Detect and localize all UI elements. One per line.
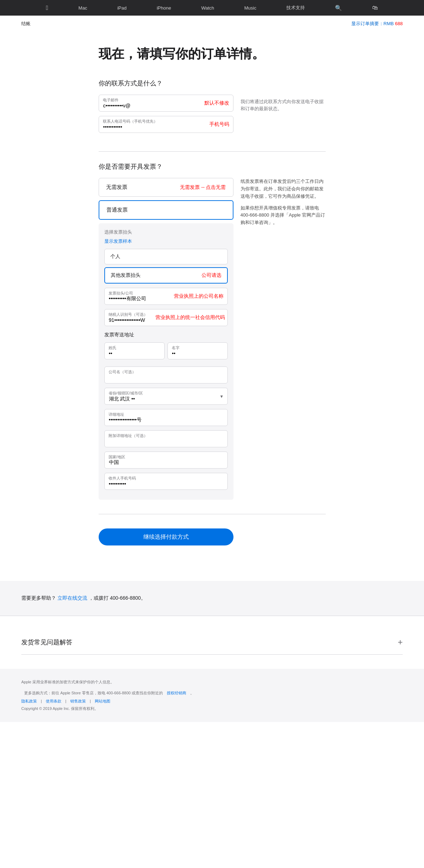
faq-expand-icon: + — [398, 637, 403, 647]
terms-usage-link[interactable]: 使用条款 — [46, 699, 61, 703]
phone-label: 联系人电话号码（手机号优先） — [103, 119, 158, 124]
tax-id-label: 纳税人识别号（可选） — [109, 312, 148, 317]
email-label: 电子邮件 — [103, 97, 119, 103]
privacy-section: Apple 采用业界标准的加密方式来保护你的个人信息。 更多选购方式：前往 Ap… — [0, 669, 424, 722]
page-title: 现在，请填写你的订单详情。 — [99, 46, 326, 61]
nav-apple-logo[interactable]:  — [42, 4, 53, 12]
breadcrumb: 结账 — [21, 21, 31, 27]
country-label: 国家/地区 — [109, 454, 125, 460]
faq-section: 发货常见问题解答 + — [0, 616, 424, 669]
address-title: 发票寄送地址 — [104, 332, 228, 338]
order-summary-text: 显示订单摘要：RMB — [351, 21, 395, 26]
main-nav:  Mac iPad iPhone Watch Music 技术支持 🔍 🛍 — [0, 0, 424, 16]
province-group: 省份/领辖区/城市/区 湖北 武汉 •• — [104, 388, 228, 405]
invoice-note-2: 如果你想开具增值税专用发票，请致电 400-666-8800 并选择「Apple… — [241, 205, 326, 226]
breadcrumb-bar: 结账 显示订单摘要：RMB 688 — [0, 16, 424, 32]
firstname-group: 姓氏 — [104, 342, 165, 359]
footer-help: 需要更多帮助？ 立即在线交流 ，或拨打 400-666-8800。 — [0, 581, 424, 616]
address2-label: 附加详细地址（可选） — [109, 433, 148, 438]
divider-1 — [99, 151, 326, 152]
address-label: 详细地址 — [109, 412, 124, 417]
no-invoice-option[interactable]: 无需发票 无需发票 -- 点击无需 — [99, 178, 233, 197]
email-field-group: 电子邮件 默认不修改 — [99, 95, 233, 112]
company-name-group: 发票抬头/公司 营业执照上的公司名称 — [104, 288, 228, 305]
submit-section: 继续选择付款方式 — [99, 528, 326, 545]
order-summary-link[interactable]: 显示订单摘要：RMB 688 — [351, 21, 403, 27]
invoice-detail-title: 选择发票抬头 — [104, 229, 228, 235]
lastname-label: 名字 — [172, 345, 180, 351]
province-label: 省份/领辖区/城市/区 — [109, 391, 143, 396]
faq-item[interactable]: 发货常见问题解答 + — [21, 630, 403, 655]
privacy-links-prefix: 更多选购方式：前往 Apple Store 零售店，致电 400-666-880… — [24, 691, 163, 695]
bag-icon[interactable]: 🛍 — [368, 5, 382, 11]
main-content: 现在，请填写你的订单详情。 你的联系方式是什么？ 电子邮件 默认不修改 联系人电… — [77, 46, 347, 581]
terms-sitemap-link[interactable]: 网站地图 — [95, 699, 110, 703]
terms-sep-2: | — [65, 699, 67, 703]
email-annotation: 默认不修改 — [204, 100, 229, 106]
contact-note: 我们将通过此联系方式向你发送电子收据和订单的最新状态。 — [241, 95, 326, 112]
privacy-note: Apple 采用业界标准的加密方式来保护你的个人信息。 — [21, 679, 403, 685]
invoice-sample-link[interactable]: 显示发票样本 — [104, 238, 228, 245]
company-addr-label: 公司名（可选） — [109, 369, 136, 375]
nav-item-iphone[interactable]: iPhone — [153, 5, 175, 11]
address2-group: 附加详细地址（可选） — [104, 430, 228, 447]
contact-section: 你的联系方式是什么？ 电子邮件 默认不修改 联系人电话号码（手机号优先） 手机号… — [99, 79, 326, 137]
invoice-note-1: 纸质发票将在订单发货后约三个工作日内为你寄送。此外，我们还会向你的邮箱发送电子收… — [241, 178, 326, 200]
submit-button[interactable]: 继续选择付款方式 — [99, 528, 233, 545]
order-summary-price: 688 — [395, 21, 403, 26]
terms-sep-1: | — [41, 699, 43, 703]
phone-field-group: 联系人电话号码（手机号优先） 手机号码 — [99, 116, 233, 133]
footer-help-suffix: ，或拨打 400-666-8800。 — [89, 595, 146, 601]
nav-item-support[interactable]: 技术支持 — [282, 5, 309, 11]
company-name-annotation: 营业执照上的公司名称 — [174, 293, 224, 299]
firstname-label: 姓氏 — [109, 345, 116, 351]
terms-privacy-link[interactable]: 隐私政策 — [21, 699, 37, 703]
privacy-links-suffix: 。 — [190, 691, 194, 695]
chat-link[interactable]: 立即在线交流 — [57, 595, 87, 601]
nav-item-ipad[interactable]: iPad — [113, 5, 131, 11]
lastname-group: 名字 — [167, 342, 228, 359]
contact-fields: 电子邮件 默认不修改 联系人电话号码（手机号优先） 手机号码 — [99, 95, 233, 137]
terms-sep-3: | — [90, 699, 92, 703]
tax-id-group: 纳税人识别号（可选） 营业执照上的统一社会信用代码 — [104, 309, 228, 326]
no-invoice-label: 无需发票 — [106, 184, 127, 191]
copyright: Copyright © 2019 Apple Inc. 保留所有权利。 — [21, 706, 403, 711]
no-invoice-annotation: 无需发票 -- 点击无需 — [180, 184, 226, 191]
authorized-link[interactable]: 授权经销商 — [167, 691, 186, 695]
fapiao-personal-label: 个人 — [110, 253, 120, 259]
footer-help-prefix: 需要更多帮助？ — [21, 595, 56, 601]
normal-invoice-label: 普通发票 — [106, 207, 128, 213]
divider-2 — [99, 514, 326, 514]
company-name-label: 发票抬头/公司 — [109, 291, 133, 296]
terms-sales-link[interactable]: 销售政策 — [70, 699, 86, 703]
invoice-notes: 纸质发票将在订单发货后约三个工作日内为你寄送。此外，我们还会向你的邮箱发送电子收… — [241, 178, 326, 231]
fapiao-personal[interactable]: 个人 — [104, 249, 228, 264]
invoice-options: 无需发票 无需发票 -- 点击无需 普通发票 选择发票抬头 显示发票样本 个人 — [99, 178, 233, 500]
faq-title: 发货常见问题解答 — [21, 638, 72, 646]
phone-annotation: 手机号码 — [209, 121, 229, 127]
addr-phone-group: 收件人手机号码 — [104, 473, 228, 490]
invoice-section: 你是否需要开具发票？ 无需发票 无需发票 -- 点击无需 普通发票 选择发票抬头… — [99, 162, 326, 500]
invoice-detail: 选择发票抬头 显示发票样本 个人 其他发票抬头 公司请选 发票抬头/公司 — [99, 223, 233, 500]
tax-id-annotation: 营业执照上的统一社会信用代码 — [155, 314, 225, 320]
search-icon[interactable]: 🔍 — [331, 5, 346, 11]
address-group: 详细地址 — [104, 409, 228, 426]
country-group: 国家/地区 — [104, 452, 228, 469]
fapiao-company-label: 其他发票抬头 — [111, 272, 141, 279]
invoice-section-title: 你是否需要开具发票？ — [99, 162, 326, 171]
fapiao-company[interactable]: 其他发票抬头 公司请选 — [104, 267, 228, 284]
nav-item-music[interactable]: Music — [240, 5, 261, 11]
addr-phone-label: 收件人手机号码 — [109, 476, 136, 481]
terms-links: 隐私政策 | 使用条款 | 销售政策 | 网站地图 — [21, 699, 403, 704]
nav-item-mac[interactable]: Mac — [74, 5, 92, 11]
fapiao-company-annotation: 公司请选 — [202, 272, 221, 279]
company-addr-group: 公司名（可选） — [104, 366, 228, 383]
nav-item-watch[interactable]: Watch — [197, 5, 218, 11]
contact-section-title: 你的联系方式是什么？ — [99, 79, 326, 88]
address-section: 发票寄送地址 姓氏 名字 公司名（可选 — [104, 332, 228, 490]
privacy-links: 更多选购方式：前往 Apple Store 零售店，致电 400-666-880… — [21, 690, 403, 696]
normal-invoice-option[interactable]: 普通发票 — [99, 200, 233, 220]
